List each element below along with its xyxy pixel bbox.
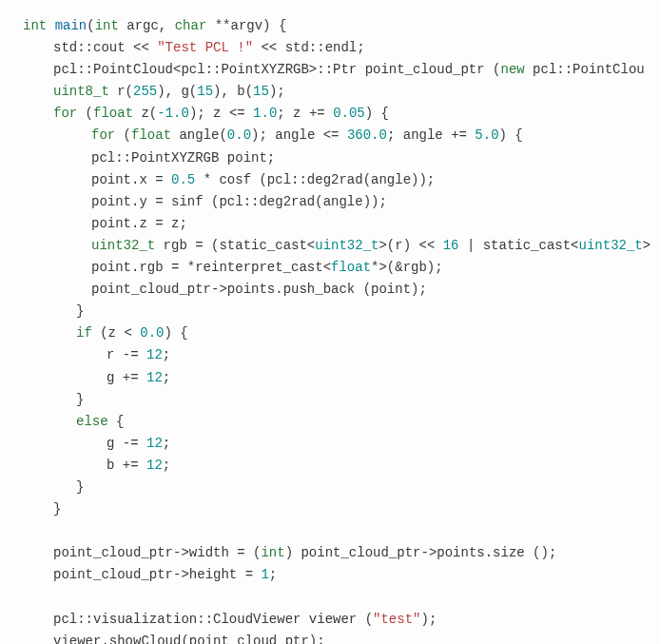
string-literal: "test": [373, 612, 420, 627]
token: g +=: [107, 370, 146, 385]
type-float: float: [131, 127, 171, 143]
code-line: uint8_t r(255), g(15), b(15);: [23, 81, 637, 103]
type-uint32: uint32_t: [315, 238, 379, 253]
code-line: point_cloud_ptr->width = (int) point_clo…: [23, 542, 637, 564]
number: 16: [443, 238, 459, 253]
keyword-int: int: [95, 18, 119, 33]
keyword-int: int: [261, 545, 284, 560]
number: 15: [197, 84, 213, 99]
token: ;: [163, 458, 170, 473]
code-line: g -= 12;: [23, 433, 637, 455]
number: 360.0: [347, 127, 387, 143]
keyword-new: new: [500, 62, 524, 77]
token: ;: [163, 370, 170, 385]
token: ) {: [365, 106, 389, 121]
token: (: [115, 127, 131, 143]
token: g -=: [107, 436, 146, 451]
keyword-if: if: [76, 325, 92, 341]
token: ; z +=: [277, 106, 333, 121]
code-line: viewer.showCloud(point_cloud_ptr);: [23, 631, 637, 644]
string-literal: "Test PCL !": [157, 40, 253, 55]
token: pcl::PointClou: [525, 62, 645, 77]
type-uint32: uint32_t: [91, 238, 155, 253]
token: *>(&rgb);: [371, 260, 443, 275]
token: );: [420, 612, 437, 627]
number: 12: [146, 458, 163, 473]
keyword-else: else: [76, 414, 108, 429]
token: pcl::PointXYZRGB point;: [91, 150, 275, 166]
number: 0.0: [227, 127, 251, 143]
number: 12: [146, 347, 163, 362]
type-uint8: uint8_t: [53, 84, 109, 99]
number: 0.5: [171, 172, 195, 187]
token: pcl::visualization::CloudViewer viewer (: [53, 612, 373, 627]
token: }: [53, 501, 61, 517]
token: }: [76, 303, 84, 319]
token: std::cout <<: [53, 40, 157, 55]
token: point_cloud_ptr->width = (: [53, 545, 261, 560]
func-main: main: [55, 18, 87, 33]
token: argc,: [119, 18, 175, 33]
code-line: pcl::PointCloud<pcl::PointXYZRGB>::Ptr p…: [23, 59, 637, 81]
token: }: [76, 392, 84, 407]
token: z(: [133, 106, 157, 121]
code-line: pcl::visualization::CloudViewer viewer (…: [23, 609, 637, 631]
type-float: float: [93, 106, 133, 121]
number: 0.05: [333, 106, 365, 121]
number: -1.0: [157, 106, 189, 121]
token: point.z = z;: [91, 216, 187, 231]
token: {: [108, 414, 125, 429]
token: ;: [269, 567, 277, 582]
number: 1.0: [253, 106, 277, 121]
token: rgb = (static_cast<: [155, 238, 315, 253]
keyword-int: int: [23, 18, 47, 33]
token: ) {: [164, 325, 187, 341]
token: >: [643, 238, 650, 253]
number: 255: [133, 84, 157, 99]
token: ) {: [499, 127, 523, 143]
code-line: std::cout << "Test PCL !" << std::endl;: [23, 37, 637, 59]
token: ;: [163, 347, 170, 362]
code-line: if (z < 0.0) {: [23, 322, 637, 344]
token: ); z <=: [189, 106, 253, 121]
code-line: point.y = sinf (pcl::deg2rad(angle));: [23, 191, 637, 213]
token: b +=: [107, 458, 146, 473]
code-line: else {: [23, 411, 637, 433]
token: ); angle <=: [251, 127, 347, 143]
token: angle(: [171, 127, 227, 143]
token: * cosf (pcl::deg2rad(angle));: [195, 172, 435, 187]
number: 15: [253, 84, 269, 99]
token: ) point_cloud_ptr->points.size ();: [285, 545, 557, 560]
code-line: point.x = 0.5 * cosf (pcl::deg2rad(angle…: [23, 169, 637, 191]
token: point_cloud_ptr->points.push_back (point…: [91, 282, 427, 297]
token: | static_cast<: [459, 238, 579, 253]
token: (: [77, 106, 93, 121]
token: ), g(: [157, 84, 197, 99]
token: pcl::PointCloud<pcl::PointXYZRGB>::Ptr p…: [53, 62, 500, 77]
code-line: }: [23, 477, 637, 498]
token: r -=: [107, 347, 146, 362]
type-float: float: [331, 260, 371, 275]
code-line: for (float z(-1.0); z <= 1.0; z += 0.05)…: [23, 103, 637, 125]
code-line: point_cloud_ptr->height = 1;: [23, 564, 637, 586]
number: 12: [146, 436, 163, 451]
type-uint32: uint32_t: [579, 238, 643, 253]
token: );: [269, 84, 285, 99]
code-line: uint32_t rgb = (static_cast<uint32_t>(r)…: [23, 235, 637, 257]
token: r(: [109, 84, 133, 99]
code-line: }: [23, 498, 637, 520]
token: }: [76, 479, 84, 495]
token: viewer.showCloud(point_cloud_ptr);: [53, 634, 325, 644]
code-line: point.rgb = *reinterpret_cast<float*>(&r…: [23, 257, 637, 279]
code-line: }: [23, 301, 637, 322]
token: ; angle +=: [387, 127, 475, 143]
code-line: b += 12;: [23, 455, 637, 477]
token: point.y = sinf (pcl::deg2rad(angle));: [91, 194, 387, 209]
token: ;: [163, 436, 170, 451]
number: 5.0: [475, 127, 498, 143]
keyword-for: for: [53, 106, 77, 121]
token: ), b(: [213, 84, 253, 99]
number: 1: [261, 567, 268, 582]
token: point.x =: [91, 172, 171, 187]
keyword-char: char: [175, 18, 207, 33]
